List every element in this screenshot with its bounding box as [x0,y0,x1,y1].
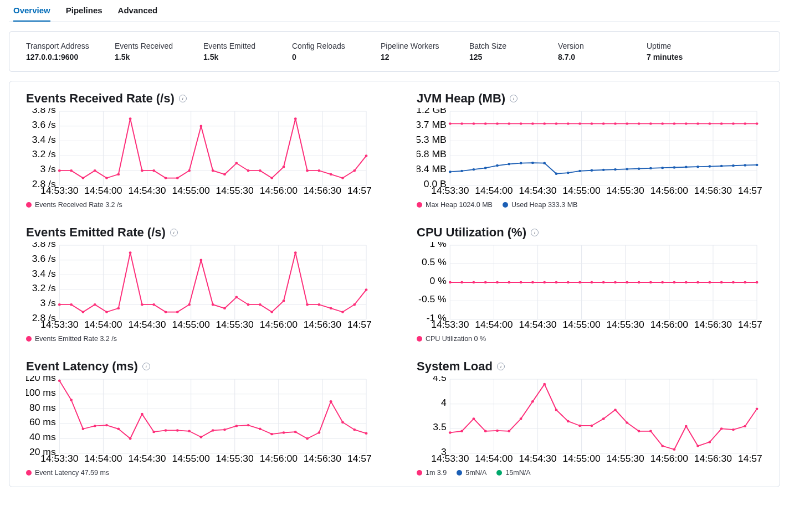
svg-point-134 [732,164,735,167]
svg-text:14:54:00: 14:54:00 [84,454,122,464]
svg-text:14:54:30: 14:54:30 [519,320,556,330]
chart-eventsEmitted: Events Emitted Rate (/s)i2.8 /s3 /s3.2 /… [15,225,383,343]
legend-item[interactable]: Max Heap 1024.0 MB [417,201,493,209]
svg-point-299 [365,432,368,435]
svg-text:715.3 MB: 715.3 MB [417,135,447,144]
svg-text:14:53:30: 14:53:30 [431,454,469,464]
svg-point-282 [165,429,167,431]
svg-point-112 [472,168,475,171]
svg-text:0.5 %: 0.5 % [422,257,447,267]
svg-point-297 [341,421,344,423]
svg-point-181 [247,303,250,306]
svg-text:14:54:30: 14:54:30 [519,454,556,464]
legend-label: Events Emitted Rate 3.2 /s [35,335,117,343]
svg-point-167 [81,311,84,313]
metric-label: Transport Address [26,42,93,50]
metric-value: 0 [292,53,358,61]
svg-point-342 [661,445,664,447]
tab-bar: OverviewPipelinesAdvanced [9,0,780,22]
svg-point-116 [520,162,522,164]
svg-point-280 [141,413,144,415]
svg-point-127 [649,167,652,169]
legend-swatch [26,470,32,476]
svg-text:3.4 /s: 3.4 /s [32,268,56,278]
svg-point-274 [70,399,73,401]
svg-point-337 [602,417,605,420]
metric-value: 125 [469,53,536,61]
info-icon[interactable]: i [497,363,505,370]
legend-item[interactable]: Events Received Rate 3.2 /s [26,201,122,209]
svg-text:14:56:30: 14:56:30 [694,186,732,196]
svg-point-130 [685,166,688,168]
legend-item[interactable]: 5mN/A [457,469,486,477]
svg-text:14:56:30: 14:56:30 [304,454,341,464]
chart-legend: CPU Utilization 0 % [417,335,763,343]
tab-overview[interactable]: Overview [13,0,50,22]
svg-point-340 [638,430,641,432]
svg-text:1 %: 1 % [430,242,447,249]
svg-point-231 [602,281,605,283]
svg-point-220 [472,281,475,283]
metric-batch-size: Batch Size125 [469,42,536,61]
svg-text:14:56:00: 14:56:00 [260,186,298,196]
chart-svg: 20 ms40 ms60 ms80 ms100 ms120 ms14:53:30… [26,376,372,464]
legend-item[interactable]: Event Latency 47.59 ms [26,469,109,477]
svg-point-273 [58,379,61,381]
chart-cpu: CPU Utilization (%)i-1 %-0.5 %0 %0.5 %1 … [406,225,774,343]
info-icon[interactable]: i [531,229,539,236]
legend-item[interactable]: CPU Utilization 0 % [417,335,486,343]
tab-advanced[interactable]: Advanced [118,0,158,22]
svg-point-49 [306,169,309,172]
svg-text:14:54:00: 14:54:00 [84,320,122,330]
svg-point-52 [341,177,344,179]
svg-text:14:54:30: 14:54:30 [128,186,166,196]
svg-point-44 [247,169,250,172]
legend-item[interactable]: 15mN/A [496,469,530,477]
svg-text:100 ms: 100 ms [26,388,56,398]
svg-point-227 [555,281,558,283]
legend-label: CPU Utilization 0 % [426,335,486,343]
legend-item[interactable]: Events Emitted Rate 3.2 /s [26,335,117,343]
svg-point-225 [531,281,534,283]
legend-item[interactable]: Used Heap 333.3 MB [503,201,578,209]
svg-point-38 [176,177,179,179]
svg-text:4.5: 4.5 [433,376,446,383]
info-icon[interactable]: i [170,229,178,236]
svg-point-228 [567,281,570,283]
svg-point-125 [626,168,628,170]
svg-text:3.4 /s: 3.4 /s [32,135,56,144]
svg-point-133 [720,165,723,167]
svg-point-135 [744,164,746,166]
chart-title: Event Latency (ms) [26,359,138,374]
metric-events-received: Events Received1.5k [115,42,181,61]
svg-point-223 [508,281,510,283]
svg-point-96 [602,122,605,125]
svg-point-298 [353,428,356,431]
svg-text:14:56:00: 14:56:00 [260,454,298,464]
info-icon[interactable]: i [179,95,187,102]
svg-point-51 [330,173,332,175]
svg-point-168 [94,303,96,306]
chart-title: CPU Utilization (%) [417,225,526,240]
svg-point-184 [283,299,285,302]
svg-point-104 [696,122,699,125]
legend-label: Event Latency 47.59 ms [35,469,109,477]
legend-swatch [457,470,462,476]
svg-point-98 [626,122,628,125]
svg-text:14:54:30: 14:54:30 [128,454,166,464]
svg-point-233 [626,281,628,283]
svg-point-275 [81,428,84,430]
svg-point-102 [673,122,676,125]
info-icon[interactable]: i [510,95,518,102]
legend-label: 15mN/A [505,469,530,477]
svg-point-279 [129,437,132,440]
svg-point-334 [567,420,570,422]
info-icon[interactable]: i [142,363,150,370]
svg-text:14:57:00: 14:57:00 [738,320,763,330]
svg-text:14:54:00: 14:54:00 [475,186,513,196]
svg-point-178 [212,303,214,306]
tab-pipelines[interactable]: Pipelines [66,0,103,22]
legend-item[interactable]: 1m 3.9 [417,469,447,477]
chart-svg: 0.0 B238.4 MB476.8 MB715.3 MB953.7 MB1.2… [417,108,763,197]
legend-swatch [503,202,508,208]
